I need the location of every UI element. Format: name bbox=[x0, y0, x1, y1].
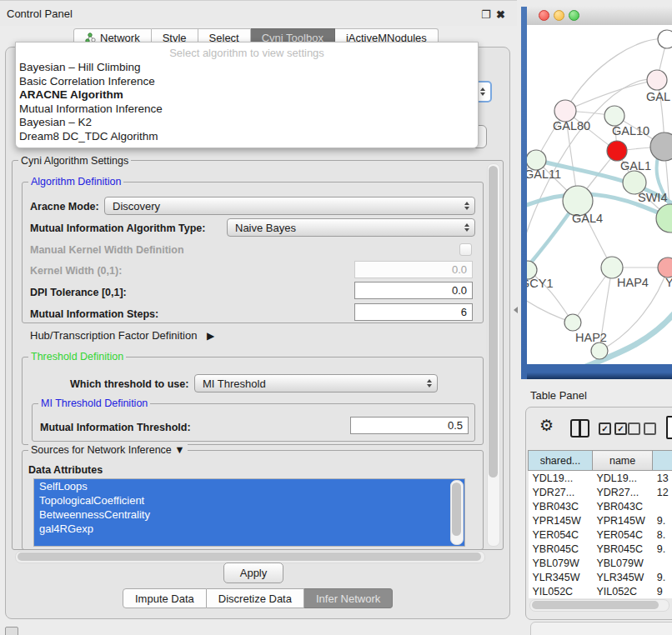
dropdown-item-bayesian-hill-climbing[interactable]: Bayesian – Hill Climbing bbox=[16, 61, 478, 75]
table-row[interactable]: YPR145WYPR145W9. bbox=[529, 513, 672, 528]
table-cell: YDL19... bbox=[592, 471, 652, 486]
export-table-icon[interactable] bbox=[666, 416, 672, 439]
network-graph[interactable]: GALGAL80GAL10GAL1GAL11SWI4GAL4GCY1HAP4YH… bbox=[527, 25, 672, 364]
attribute-item-gal4rgexp[interactable]: gal4RGexp bbox=[34, 522, 464, 536]
aracne-mode-label: Aracne Mode: bbox=[30, 201, 99, 212]
column-header-name[interactable]: name bbox=[592, 451, 652, 471]
table-row[interactable]: YDL19...YDL19...13 bbox=[529, 471, 672, 486]
mi-steps-input[interactable]: 6 bbox=[354, 303, 473, 321]
bottom-panel-edge bbox=[530, 622, 672, 635]
attribute-item-betweennesscentrality[interactable]: BetweennessCentrality bbox=[34, 508, 464, 522]
table-horizontal-scrollbar[interactable] bbox=[529, 599, 669, 612]
table-row[interactable]: YBR045CYBR045C9. bbox=[529, 542, 672, 556]
table-cell: YDR27... bbox=[529, 485, 593, 499]
network-view-window: GALGAL80GAL10GAL1GAL11SWI4GAL4GCY1HAP4YH… bbox=[521, 7, 672, 379]
table-cell: 9. bbox=[653, 542, 672, 556]
table-cell: 8. bbox=[653, 528, 672, 542]
sources-group-title[interactable]: Sources for Network Inference ▼ bbox=[28, 444, 188, 456]
float-panel-icon[interactable]: ❐ bbox=[481, 8, 491, 21]
attribute-item-topologicalcoefficient[interactable]: TopologicalCoefficient bbox=[34, 493, 464, 508]
dropdown-item-basic-correlation-inference[interactable]: Basic Correlation Inference bbox=[16, 75, 478, 89]
control-panel-titlebar: Control Panel ❐ ✖ bbox=[0, 0, 517, 26]
network-node-unnamed[interactable] bbox=[650, 132, 672, 161]
network-node-gal10[interactable] bbox=[604, 106, 624, 126]
table-panel-title: Table Panel bbox=[530, 389, 587, 402]
dpi-tolerance-input[interactable]: 0.0 bbox=[354, 282, 473, 299]
dropdown-item-dream8-dc-tdc-algorithm[interactable]: Dream8 DC_TDC Algorithm bbox=[16, 130, 478, 144]
table-cell: YBR045C bbox=[592, 542, 652, 556]
node-label-gal11: GAL11 bbox=[527, 168, 561, 181]
network-node-unnamed[interactable] bbox=[658, 30, 672, 48]
spinner-arrows-icon bbox=[427, 379, 432, 388]
close-panel-icon[interactable]: ✖ bbox=[496, 8, 505, 21]
manual-kernel-checkbox[interactable] bbox=[459, 243, 472, 256]
table-row[interactable]: YLR345WYLR345W9. bbox=[529, 570, 672, 584]
settings-hscrollbar-thumb[interactable] bbox=[18, 552, 481, 561]
settings-vertical-scrollbar[interactable] bbox=[487, 163, 500, 547]
network-node-gal[interactable] bbox=[647, 70, 667, 90]
columns-icon[interactable] bbox=[570, 419, 589, 438]
table-cell: 9 bbox=[653, 584, 672, 598]
node-label-gal10: GAL10 bbox=[612, 124, 649, 138]
window-corner-icon[interactable] bbox=[5, 627, 18, 635]
column-header-blank[interactable] bbox=[653, 451, 672, 471]
table-row[interactable]: YBL079WYBL079W bbox=[529, 556, 672, 570]
table-cell: YBR045C bbox=[529, 542, 593, 556]
table-row[interactable]: YIL052CYIL052C9 bbox=[529, 584, 672, 598]
table-row[interactable]: YER054CYER054C8. bbox=[529, 528, 672, 542]
aracne-mode-combobox[interactable]: Discovery bbox=[104, 197, 475, 215]
table-cell: YDL19... bbox=[529, 471, 593, 486]
apply-button[interactable]: Apply bbox=[223, 562, 283, 583]
settings-scrollbar-thumb[interactable] bbox=[489, 166, 498, 478]
deselect-all-checks-icon[interactable] bbox=[628, 422, 656, 435]
bottom-tab-discretize-data[interactable]: Discretize Data bbox=[207, 588, 304, 608]
table-cell: YPR145W bbox=[592, 513, 652, 528]
which-threshold-label: Which threshold to use: bbox=[70, 378, 188, 390]
mi-type-combobox[interactable]: Naive Bayes bbox=[227, 218, 475, 237]
data-attributes-list: SelfLoopsTopologicalCoefficientBetweenne… bbox=[33, 478, 465, 547]
attribute-item-partial[interactable] bbox=[34, 536, 464, 547]
attributes-scrollbar-thumb[interactable] bbox=[452, 482, 461, 536]
settings-horizontal-scrollbar[interactable] bbox=[15, 551, 485, 563]
attribute-item-selfloops[interactable]: SelfLoops bbox=[34, 479, 464, 493]
attributes-scrollbar[interactable] bbox=[450, 480, 464, 545]
network-node-labels: GALGAL80GAL10GAL1GAL11SWI4GAL4GCY1HAP4YH… bbox=[527, 90, 672, 344]
zoom-window-icon[interactable] bbox=[569, 10, 579, 21]
table-row[interactable]: YBR043CYBR043C bbox=[529, 499, 672, 513]
hub-section-row[interactable]: Hub/Transcription Factor Definition ▶ bbox=[30, 329, 214, 342]
node-label-gal4: GAL4 bbox=[572, 212, 603, 225]
aracne-mode-value: Discovery bbox=[113, 200, 160, 212]
table-row[interactable]: YDR27...YDR27...12 bbox=[529, 485, 672, 499]
network-node-hap2[interactable] bbox=[564, 314, 581, 331]
node-label-gal: GAL bbox=[646, 90, 670, 103]
table-cell: YER054C bbox=[592, 528, 652, 542]
network-node-gal1[interactable] bbox=[607, 141, 627, 161]
column-header-shared[interactable]: shared... bbox=[529, 451, 593, 471]
mi-type-label: Mutual Information Algorithm Type: bbox=[30, 222, 205, 234]
network-node-y[interactable] bbox=[658, 258, 672, 278]
kernel-width-input[interactable]: 0.0 bbox=[354, 261, 473, 278]
bottom-tab-impute-data[interactable]: Impute Data bbox=[123, 588, 207, 608]
network-node-unnamed[interactable] bbox=[591, 342, 608, 359]
which-threshold-combobox[interactable]: MI Threshold bbox=[194, 374, 438, 392]
bottom-tab-infer-network[interactable]: Infer Network bbox=[304, 588, 393, 608]
apply-button-label: Apply bbox=[240, 567, 268, 579]
minimize-window-icon[interactable] bbox=[554, 10, 564, 21]
node-label-hap4: HAP4 bbox=[617, 276, 649, 289]
table-cell: YER054C bbox=[529, 528, 593, 542]
network-window-bottom-frame bbox=[527, 364, 672, 379]
dropdown-item-aracne-algorithm[interactable]: ARACNE Algorithm bbox=[16, 88, 478, 102]
network-window-titlebar[interactable] bbox=[527, 7, 672, 26]
expander-right-icon[interactable]: ▶ bbox=[207, 330, 214, 342]
table-cell: 9. bbox=[653, 513, 672, 528]
dropdown-item-bayesian-k2[interactable]: Bayesian – K2 bbox=[16, 116, 478, 130]
close-window-icon[interactable] bbox=[539, 10, 549, 21]
panel-splitter-arrow-icon[interactable] bbox=[514, 307, 518, 313]
node-label-hap2: HAP2 bbox=[575, 331, 607, 344]
mi-threshold-input[interactable]: 0.5 bbox=[350, 417, 469, 434]
node-label-gal80: GAL80 bbox=[553, 119, 590, 132]
select-all-checks-icon[interactable]: ✓✓ bbox=[599, 422, 627, 435]
dropdown-item-mutual-information-inference[interactable]: Mutual Information Inference bbox=[16, 102, 478, 117]
table-hscrollbar-thumb[interactable] bbox=[532, 601, 659, 609]
gear-icon[interactable]: ⚙ bbox=[539, 417, 554, 435]
